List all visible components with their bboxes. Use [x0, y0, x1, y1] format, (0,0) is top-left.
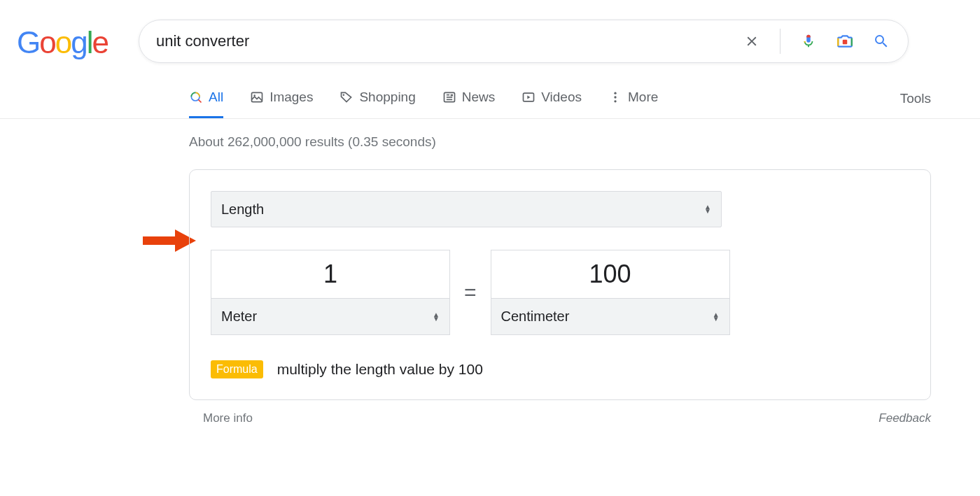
unit-converter-card: Length ▲▼ Meter ▲▼ = Centimeter ▲▼ Formu…	[189, 169, 931, 400]
more-info-link[interactable]: More info	[203, 411, 253, 425]
svg-rect-10	[450, 94, 452, 97]
tab-videos[interactable]: Videos	[522, 90, 582, 118]
svg-rect-15	[143, 236, 176, 245]
search-input[interactable]	[156, 32, 742, 50]
from-unit-value: Meter	[221, 309, 257, 325]
tab-label: News	[462, 90, 496, 105]
chevron-updown-icon: ▲▼	[704, 205, 711, 213]
tools-button[interactable]: Tools	[900, 91, 931, 118]
chevron-updown-icon: ▲▼	[713, 313, 720, 321]
svg-point-14	[614, 100, 616, 102]
to-value-input[interactable]	[491, 250, 730, 299]
tab-label: All	[209, 90, 223, 105]
divider	[780, 29, 780, 54]
tab-shopping[interactable]: Shopping	[340, 90, 415, 118]
tab-label: More	[628, 90, 658, 105]
tab-label: Images	[270, 90, 313, 105]
tab-label: Shopping	[359, 90, 415, 105]
formula-badge: Formula	[211, 360, 263, 378]
category-value: Length	[221, 201, 264, 218]
clear-icon[interactable]	[742, 31, 762, 51]
to-unit-value: Centimeter	[501, 309, 570, 325]
tab-more[interactable]: More	[608, 90, 658, 118]
tab-all[interactable]: All	[189, 90, 223, 118]
microphone-icon[interactable]	[799, 31, 818, 51]
svg-rect-0	[843, 40, 848, 45]
chevron-updown-icon: ▲▼	[433, 313, 440, 321]
feedback-link[interactable]: Feedback	[878, 411, 931, 425]
tab-images[interactable]: Images	[250, 90, 313, 118]
google-logo[interactable]: Google	[17, 25, 108, 60]
camera-icon[interactable]	[835, 31, 855, 51]
tabs-row: All Images Shopping News Videos More Too…	[189, 90, 980, 119]
result-stats: About 262,000,000 results (0.35 seconds)	[189, 134, 980, 150]
svg-line-2	[198, 99, 201, 102]
svg-point-5	[343, 94, 345, 96]
arrow-pointer-icon	[143, 227, 196, 257]
search-bar	[139, 20, 909, 63]
to-unit-select[interactable]: Centimeter ▲▼	[491, 299, 730, 335]
from-value-input[interactable]	[211, 250, 450, 299]
category-select[interactable]: Length ▲▼	[211, 191, 722, 227]
equals-sign: =	[464, 281, 477, 304]
formula-text: multiply the length value by 100	[277, 361, 483, 378]
tab-news[interactable]: News	[442, 90, 496, 118]
tab-label: Videos	[541, 90, 582, 105]
svg-point-12	[614, 92, 616, 94]
search-icon[interactable]	[872, 31, 891, 51]
svg-point-13	[614, 96, 616, 98]
from-unit-select[interactable]: Meter ▲▼	[211, 299, 450, 335]
